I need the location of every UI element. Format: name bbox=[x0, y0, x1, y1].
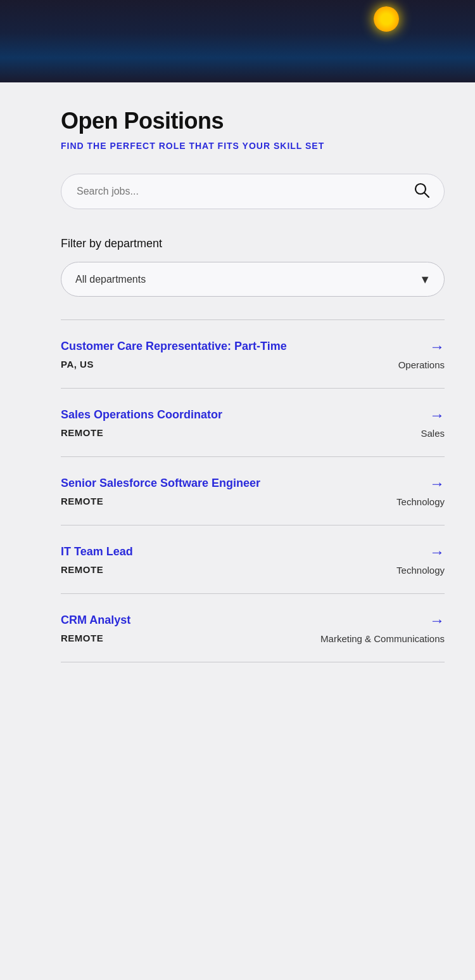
job-right-2: → Sales bbox=[369, 406, 445, 439]
job-left-5: CRM Analyst REMOTE bbox=[61, 612, 320, 643]
job-meta-2: REMOTE bbox=[61, 427, 356, 438]
job-right-1: → Operations bbox=[369, 338, 445, 370]
job-right-3: → Technology bbox=[369, 475, 445, 507]
job-left-2: Sales Operations Coordinator REMOTE bbox=[61, 407, 369, 438]
job-department-5: Marketing & Communications bbox=[320, 633, 445, 644]
arrow-icon-5: → bbox=[429, 612, 445, 629]
job-location-5: REMOTE bbox=[61, 633, 103, 643]
main-content: Open Positions FIND THE PERFECT ROLE THA… bbox=[0, 82, 475, 980]
job-item-3[interactable]: Senior Salesforce Software Engineer REMO… bbox=[61, 457, 445, 525]
job-title-3: Senior Salesforce Software Engineer bbox=[61, 475, 356, 491]
job-meta-1: PA, US bbox=[61, 359, 356, 370]
arrow-icon-3: → bbox=[429, 475, 445, 493]
hero-image bbox=[0, 0, 475, 82]
job-title-1: Customer Care Representative: Part-Time bbox=[61, 338, 356, 354]
job-meta-3: REMOTE bbox=[61, 496, 356, 506]
page-title: Open Positions bbox=[61, 108, 445, 134]
job-location-2: REMOTE bbox=[61, 427, 103, 438]
job-left-4: IT Team Lead REMOTE bbox=[61, 544, 369, 575]
job-location-4: REMOTE bbox=[61, 564, 103, 575]
job-department-1: Operations bbox=[398, 359, 445, 370]
job-item-1[interactable]: Customer Care Representative: Part-Time … bbox=[61, 319, 445, 389]
job-right-5: → Marketing & Communications bbox=[320, 612, 445, 644]
job-title-4: IT Team Lead bbox=[61, 544, 356, 559]
job-item-5[interactable]: CRM Analyst REMOTE → Marketing & Communi… bbox=[61, 594, 445, 662]
section-subtitle: FIND THE PERFECT ROLE THAT FITS YOUR SKI… bbox=[61, 141, 445, 151]
job-location-1: PA, US bbox=[61, 359, 94, 370]
job-location-3: REMOTE bbox=[61, 496, 103, 506]
job-left-1: Customer Care Representative: Part-Time … bbox=[61, 338, 369, 370]
job-item-4[interactable]: IT Team Lead REMOTE → Technology bbox=[61, 525, 445, 594]
job-meta-5: REMOTE bbox=[61, 633, 308, 643]
job-left-3: Senior Salesforce Software Engineer REMO… bbox=[61, 475, 369, 506]
department-filter-container: All departments Operations Sales Technol… bbox=[61, 262, 445, 297]
search-bar-container bbox=[61, 174, 445, 209]
department-select[interactable]: All departments Operations Sales Technol… bbox=[61, 262, 445, 297]
job-department-4: Technology bbox=[396, 565, 445, 576]
job-department-2: Sales bbox=[421, 428, 445, 439]
job-item-2[interactable]: Sales Operations Coordinator REMOTE → Sa… bbox=[61, 389, 445, 457]
job-list: Customer Care Representative: Part-Time … bbox=[61, 319, 445, 662]
job-title-2: Sales Operations Coordinator bbox=[61, 407, 356, 422]
arrow-icon-2: → bbox=[429, 406, 445, 424]
arrow-icon-1: → bbox=[429, 338, 445, 356]
job-department-3: Technology bbox=[396, 496, 445, 507]
filter-label: Filter by department bbox=[61, 237, 445, 250]
job-meta-4: REMOTE bbox=[61, 564, 356, 575]
search-input[interactable] bbox=[61, 174, 445, 209]
job-right-4: → Technology bbox=[369, 543, 445, 576]
job-title-5: CRM Analyst bbox=[61, 612, 308, 628]
arrow-icon-4: → bbox=[429, 543, 445, 561]
